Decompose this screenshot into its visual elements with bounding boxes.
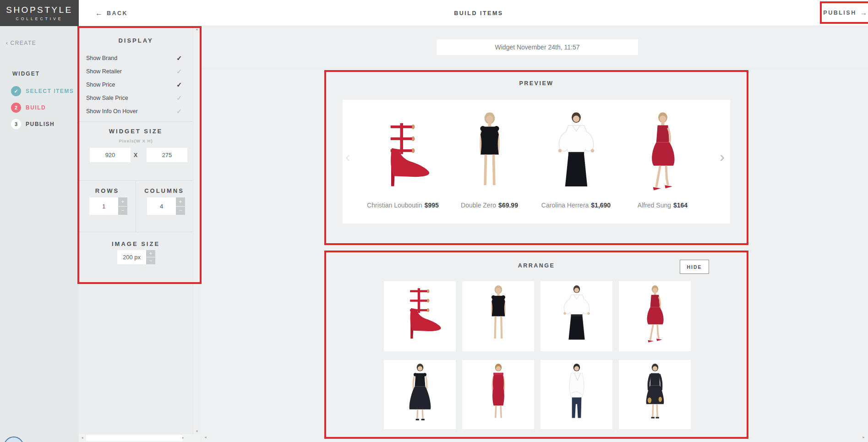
option-label: Show Info On Hover — [86, 108, 138, 115]
scroll-left-icon[interactable]: ◄ — [81, 436, 84, 439]
product-caption: Carolina Herrera$1,690 — [541, 202, 611, 209]
step-check-icon: ✓ — [11, 86, 21, 96]
divider — [79, 232, 193, 232]
product-brand: Double Zero — [461, 202, 496, 209]
sidebar-step-build[interactable]: 2 BUILD — [11, 103, 46, 113]
option-label: Show Brand — [86, 55, 117, 61]
chevron-left-icon: ‹ — [6, 40, 9, 46]
create-label: CREATE — [11, 40, 37, 46]
shopstyle-logo[interactable]: SHOPSTYLE COLLECTIVE — [0, 0, 79, 26]
arrange-section: ARRANGE HIDE — [324, 251, 748, 439]
product-image-red-fitflare-dress — [630, 111, 695, 197]
option-label: Show Price — [86, 82, 115, 88]
arrange-item-black-lace-dress[interactable] — [462, 281, 534, 351]
columns-title: COLUMNS — [136, 187, 193, 194]
hide-button[interactable]: HIDE — [680, 260, 709, 274]
image-size-title: IMAGE SIZE — [79, 240, 193, 247]
option-label: Show Sale Price — [86, 95, 128, 101]
product-caption: Alfred Sung$164 — [638, 202, 688, 209]
option-show-info-on-hover[interactable]: Show Info On Hover ✓ — [79, 104, 193, 118]
arrange-item-red-fitflare-dress[interactable] — [619, 281, 691, 351]
product-image-white-puff-blouse — [544, 111, 609, 197]
display-section-title: DISPLAY — [79, 37, 193, 44]
preview-product[interactable]: Alfred Sung$164 — [619, 100, 706, 224]
option-show-retailer[interactable]: Show Retailer ✓ — [79, 65, 193, 78]
widget-title-input[interactable] — [437, 39, 638, 55]
scroll-left-icon[interactable]: ◄ — [204, 436, 207, 439]
rows-input[interactable] — [89, 197, 118, 215]
back-label: BACK — [107, 10, 128, 16]
option-show-brand[interactable]: Show Brand ✓ — [79, 51, 193, 65]
widget-section-label: WIDGET — [12, 71, 40, 77]
image-size-decrement-button[interactable]: − — [146, 257, 155, 264]
arrange-item-black-gold-trim-dress[interactable] — [619, 360, 691, 429]
rows-stepper: + − — [118, 197, 127, 215]
carousel-next-button[interactable]: › — [720, 149, 725, 164]
publish-button[interactable]: PUBLISH → — [823, 9, 867, 16]
back-button[interactable]: ← BACK — [95, 0, 128, 26]
arrange-item-black-lace-midi-dress[interactable] — [384, 360, 456, 429]
widget-width-input[interactable] — [90, 148, 131, 162]
step-number-badge: 3 — [11, 119, 21, 129]
rows-decrement-button[interactable]: − — [118, 207, 127, 215]
settings-panel: DISPLAY Show Brand ✓ Show Retailer ✓ Sho… — [79, 26, 200, 442]
scroll-down-icon[interactable]: ▼ — [193, 430, 201, 433]
sidebar-step-publish[interactable]: 3 PUBLISH — [11, 119, 55, 129]
image-size-increment-button[interactable]: + — [146, 250, 155, 257]
preview-product[interactable]: Double Zero$69.99 — [446, 100, 533, 224]
publish-annotation-box: PUBLISH → — [820, 1, 868, 24]
carousel-prev-button[interactable]: ‹ — [345, 149, 350, 164]
scroll-right-icon[interactable]: ► — [862, 436, 865, 439]
arrange-item-red-lace-sheath-dress[interactable] — [462, 360, 534, 429]
widget-height-input[interactable] — [147, 148, 187, 162]
columns-increment-button[interactable]: + — [176, 197, 185, 206]
step-number-badge: 2 — [11, 103, 21, 113]
columns-decrement-button[interactable]: − — [176, 207, 185, 215]
widget-size-title: WIDGET SIZE — [79, 128, 193, 135]
columns-input[interactable] — [147, 197, 176, 215]
rows-increment-button[interactable]: + — [118, 197, 127, 206]
settings-vertical-scrollbar[interactable]: ▲ ▼ — [193, 26, 200, 434]
preview-title: PREVIEW — [326, 80, 747, 87]
preview-carousel: Christian Louboutin$995 Double Zero$69.9… — [343, 100, 730, 224]
step-label: SELECT ITEMS — [26, 88, 74, 94]
check-icon[interactable]: ✓ — [176, 55, 182, 62]
settings-horizontal-scrollbar[interactable]: ◄ ► — [79, 434, 200, 442]
image-size-input[interactable] — [117, 250, 146, 264]
product-price: $69.99 — [498, 202, 518, 209]
check-icon[interactable]: ✓ — [176, 108, 182, 115]
page-title: BUILD ITEMS — [454, 0, 503, 26]
image-size-stepper: + − — [146, 250, 155, 264]
widget-size-subtitle: Pixels(W X H) — [79, 138, 193, 143]
product-brand: Christian Louboutin — [367, 202, 422, 209]
option-show-price[interactable]: Show Price ✓ — [79, 78, 193, 91]
scrollbar-thumb[interactable] — [86, 435, 182, 441]
preview-product[interactable]: Carolina Herrera$1,690 — [533, 100, 619, 224]
main-horizontal-scrollbar[interactable]: ◄ ► — [204, 434, 866, 441]
step-label: PUBLISH — [26, 121, 55, 127]
preview-section: PREVIEW Christian Louboutin$995 Do — [324, 70, 748, 245]
logo-text-shopstyle: SHOPSTYLE — [6, 5, 73, 15]
arrange-item-white-puff-blouse[interactable] — [540, 281, 612, 351]
preview-product[interactable]: Christian Louboutin$995 — [360, 100, 446, 224]
check-icon[interactable]: ✓ — [176, 81, 182, 88]
option-show-sale-price[interactable]: Show Sale Price ✓ — [79, 91, 193, 104]
check-icon[interactable]: ✓ — [176, 94, 182, 102]
step-label: BUILD — [26, 104, 46, 111]
scroll-up-icon[interactable]: ▲ — [193, 27, 201, 31]
product-price: $164 — [673, 202, 688, 209]
sidebar-step-select-items[interactable]: ✓ SELECT ITEMS — [11, 86, 74, 96]
arrange-item-white-wrap-blouse-jeans[interactable] — [540, 360, 612, 429]
arrange-item-red-tstrap-pump[interactable] — [384, 281, 456, 351]
product-image-red-tstrap-pump — [373, 111, 433, 197]
divider — [79, 121, 193, 122]
product-caption: Christian Louboutin$995 — [367, 202, 439, 209]
publish-label: PUBLISH — [823, 10, 856, 16]
create-back-link[interactable]: ‹CREATE — [6, 40, 36, 46]
logo-text-collective: COLLECTIVE — [16, 16, 63, 21]
product-brand: Alfred Sung — [638, 202, 671, 209]
option-label: Show Retailer — [86, 68, 122, 75]
check-icon[interactable]: ✓ — [176, 68, 182, 75]
rows-title: ROWS — [79, 187, 136, 194]
product-caption: Double Zero$69.99 — [461, 202, 518, 209]
